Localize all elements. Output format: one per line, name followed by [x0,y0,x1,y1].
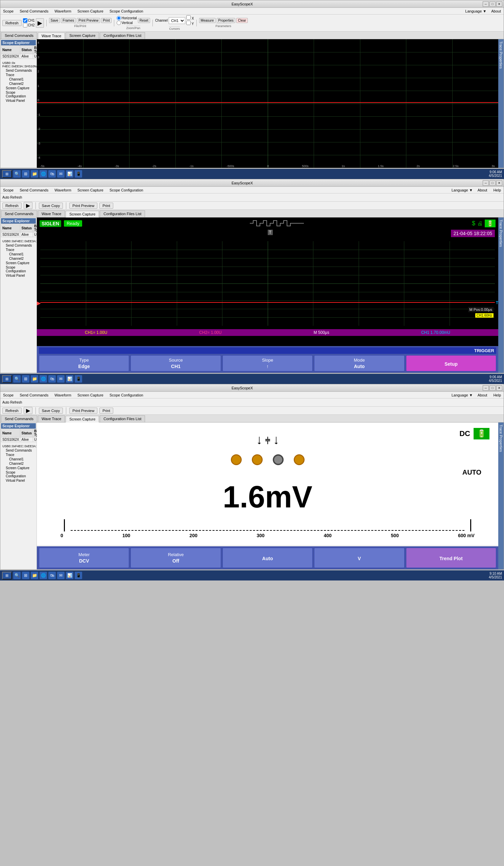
play-btn-2[interactable]: ▶ [24,202,33,209]
tree-item2-7[interactable]: Virtual Panel [2,273,35,278]
coupling-ac[interactable] [231,454,242,465]
right-panel-3[interactable]: Trace Properties [498,422,504,569]
clear-btn-1[interactable]: Clear [236,18,248,23]
menu-waveform-2[interactable]: Waveform [53,188,73,192]
tree-item3-7[interactable]: Virtual Panel [2,478,35,483]
help-menu-2[interactable]: Help [492,188,502,192]
coupling-dc[interactable] [252,454,263,465]
tab-screen-capture-1[interactable]: Screen Capture [66,32,99,39]
tree-item3-4[interactable]: Channel2 [2,462,35,466]
refresh-btn-2[interactable]: Refresh [2,203,22,209]
tree-item3-2[interactable]: Trace [2,453,35,457]
coupling-acdc[interactable] [294,454,305,465]
close-btn-2[interactable]: ✕ [496,180,502,186]
y-label-1[interactable]: Y [186,21,194,26]
meter-unit-btn[interactable]: V [314,548,404,568]
restore-btn-1[interactable]: □ [490,1,495,7]
tree-item2-0[interactable]: USB0::0xF4EC::0xEE3A::SHS10NAQ2R... [2,239,35,243]
taskbar-icon2-search[interactable]: 🔍 [13,375,21,382]
taskbar-icon-task[interactable]: ⊞ [22,170,30,178]
taskbar-icon-edge[interactable]: 🌐 [39,170,47,178]
tree-item2-4[interactable]: Channel2 [2,256,35,261]
y-checkbox-1[interactable] [186,21,191,25]
tab-wave-trace-2[interactable]: Wave Trace [38,210,65,217]
tree-item-2[interactable]: Trace [2,73,35,77]
trigger-setup-btn[interactable]: Setup [406,355,496,371]
channel-select-1[interactable]: CH1 CH2 [169,17,185,24]
taskbar-icon2-app2[interactable]: 📱 [75,375,82,382]
tab-wave-trace-3[interactable]: Wave Trace [38,415,65,422]
start-btn-1[interactable]: ⊞ [2,170,12,178]
trigger-slope-btn[interactable]: Slope ↑ [222,355,313,371]
save-copy-btn-2[interactable]: Save Copy [39,203,63,209]
tree-item3-3[interactable]: Channel1 [2,457,35,462]
tab-config-files-3[interactable]: Configuration Files List [100,415,145,422]
tab-config-files-2[interactable]: Configuration Files List [100,210,145,217]
meter-range-btn[interactable]: Auto [222,548,313,568]
tree-item-0[interactable]: USB0::0x F4EC::0xEE3A::SHS10NAQ2R... [2,61,35,68]
tree-item-6[interactable]: Scope Configuration [2,90,35,98]
menu-waveform-1[interactable]: Waveform [53,9,73,13]
about-menu-2[interactable]: About [476,188,489,192]
tab-send-commands-3[interactable]: Send Commands [1,415,37,422]
close-btn-3[interactable]: ✕ [496,385,502,391]
minimize-btn-2[interactable]: ─ [483,180,489,186]
taskbar-icon-store[interactable]: 🛍 [48,170,56,178]
restore-btn-2[interactable]: □ [490,180,495,186]
close-btn-1[interactable]: ✕ [496,1,502,7]
tree-item-7[interactable]: Virtual Panel [2,98,35,103]
taskbar-icon-mail[interactable]: ✉ [57,170,65,178]
print-btn-1[interactable]: Print [101,18,112,23]
print-btn-3[interactable]: Print [99,408,113,414]
menu-screen-capture-2[interactable]: Screen Capture [76,188,105,192]
tree-item-5[interactable]: Screen Capture [2,86,35,90]
minimize-btn-3[interactable]: ─ [483,385,489,391]
taskbar-icon2-file[interactable]: 📁 [31,375,38,382]
language-menu-2[interactable]: Language ▼ [451,188,473,192]
taskbar-icon2-edge[interactable]: 🌐 [39,375,47,382]
trigger-mode-btn[interactable]: Mode Auto [314,355,404,371]
scope-screen-2[interactable]: SIGLEN Ready $ 🖨 🔋 [37,218,498,346]
frames-btn-1[interactable]: Frames [61,18,76,23]
taskbar-icon-file[interactable]: 📁 [31,170,38,178]
tree-item2-1[interactable]: Send Commands [2,243,35,248]
print-preview-btn-2[interactable]: Print Preview [69,203,98,209]
taskbar-icon3-edge[interactable]: 🌐 [39,572,47,579]
menu-send-commands-2[interactable]: Send Commands [18,188,50,192]
menu-scope-config-2[interactable]: Scope Configuration [108,188,145,192]
tree-item-4[interactable]: Channel2 [2,81,35,86]
trigger-source-btn[interactable]: Source CH1 [130,355,221,371]
menu-screen-capture-1[interactable]: Screen Capture [76,9,105,13]
right-panel-1[interactable]: Trace Properties [498,39,504,168]
x-label-1[interactable]: X [186,15,194,20]
taskbar-icon3-app2[interactable]: 📱 [75,572,82,579]
about-menu-1[interactable]: About [490,9,502,13]
save-btn-1[interactable]: Save [49,18,60,23]
meter-relative-btn[interactable]: Relative Off [130,548,221,568]
right-panel-2[interactable]: Trace Properties [498,218,504,373]
menu-send-commands-1[interactable]: Send Commands [18,9,50,13]
properties-btn-1[interactable]: Properties [217,18,236,23]
menu-scope-3[interactable]: Scope [2,393,15,398]
save-copy-btn-3[interactable]: Save Copy [39,408,63,414]
trigger-type-btn[interactable]: Type Edge [39,355,129,371]
taskbar-icon3-task[interactable]: ⊞ [22,572,30,579]
refresh-btn-3[interactable]: Refresh [2,408,22,414]
taskbar-icon-app2[interactable]: 📱 [75,170,82,178]
taskbar-icon-app[interactable]: 📊 [66,170,73,178]
print-btn-2[interactable]: Print [99,203,113,209]
ch1-checkbox-1[interactable] [23,18,27,23]
coupling-gnd[interactable] [273,454,284,465]
vertical-radio-input-1[interactable] [117,21,121,25]
scope-display-1[interactable]: -5s -4s -3s -2s -1s -500s 0 500s 1s 1.5s… [37,39,498,168]
taskbar-icon2-task[interactable]: ⊞ [22,375,30,382]
minimize-btn-1[interactable]: ─ [483,1,489,7]
taskbar-icon3-app[interactable]: 📊 [66,572,73,579]
tab-config-files-1[interactable]: Configuration Files List [100,32,145,39]
tab-screen-capture-2[interactable]: Screen Capture [66,211,99,218]
tab-send-commands-1[interactable]: Send Commands [1,32,37,39]
start-btn-3[interactable]: ⊞ [2,572,12,579]
meter-dcv-btn[interactable]: Meter DCV [39,548,129,568]
tree-item2-3[interactable]: Channel1 [2,252,35,256]
meter-trend-btn[interactable]: Trend Plot [406,548,496,568]
